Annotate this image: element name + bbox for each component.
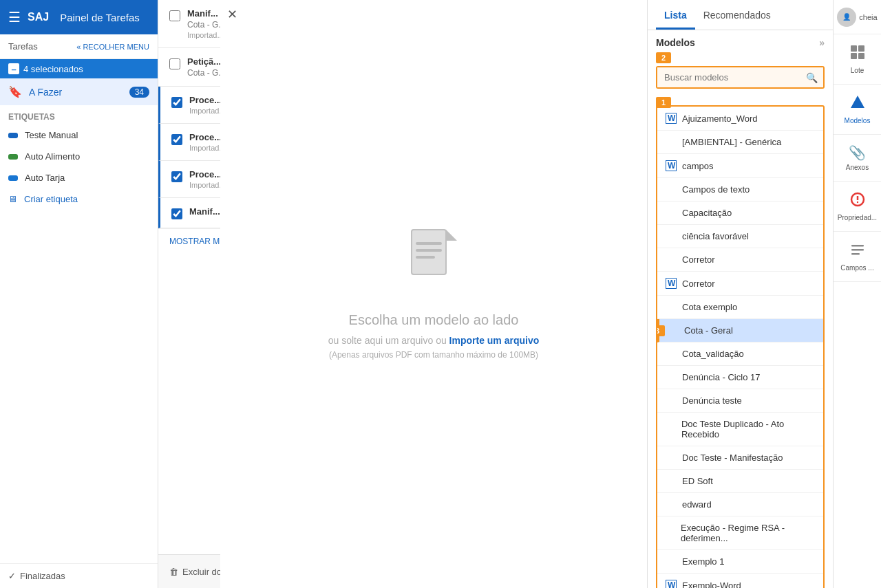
recolher-icon: « xyxy=(76,43,81,51)
task-checkbox-2[interactable] xyxy=(169,58,180,69)
etiqueta-dot-auto-tarja xyxy=(8,175,18,181)
svg-rect-2 xyxy=(416,249,442,252)
list-item[interactable]: Denúncia teste xyxy=(657,389,823,413)
a-fazer-count: 34 xyxy=(129,87,149,98)
modelos-icon xyxy=(849,94,866,114)
tarefas-label: Tarefas xyxy=(8,41,38,52)
sidebar-item-a-fazer[interactable]: 🔖 A Fazer 34 xyxy=(0,78,158,105)
task-checkbox-6[interactable] xyxy=(171,208,182,219)
modelos-label: Modelos xyxy=(845,117,871,124)
chevron-right-icon: » xyxy=(819,37,825,48)
brand-label: SAJ xyxy=(28,11,49,23)
search-label: 2 xyxy=(656,52,671,63)
sidebar-top: Tarefas « RECOLHER MENU xyxy=(0,34,158,59)
list-item[interactable]: Execução - Regime RSA - deferimen... xyxy=(657,516,823,550)
menu-icon[interactable]: ☰ xyxy=(8,9,21,25)
app-title: Painel de Tarefas xyxy=(60,12,140,23)
lote-label: Lote xyxy=(851,67,864,74)
list-item[interactable]: Corretor xyxy=(657,248,823,272)
modelos-header: Modelos » xyxy=(648,30,833,52)
list-item-cota-geral[interactable]: 3 Cota - Geral xyxy=(657,319,823,342)
doc-center: Escolha um modelo ao lado ou solte aqui … xyxy=(220,0,647,588)
svg-marker-9 xyxy=(851,96,864,108)
modelo-label: Denúncia teste xyxy=(682,395,742,406)
tool-campos[interactable]: Campos ... xyxy=(834,232,881,282)
anexos-label: Anexos xyxy=(846,164,869,171)
list-item[interactable]: [AMBIENTAL] - Genérica xyxy=(657,131,823,154)
list-item[interactable]: ciência favorável xyxy=(657,225,823,248)
word-icon: W xyxy=(666,113,677,124)
close-button[interactable]: ✕ xyxy=(227,7,237,22)
finalizadas-label: Finalizadas xyxy=(20,571,65,581)
etiqueta-dot-auto-alimento xyxy=(8,154,18,160)
propriedades-icon xyxy=(849,191,866,211)
import-link[interactable]: Importe um arquivo xyxy=(449,335,540,346)
tools-panel: 👤 cheia Lote Modelos 📎 Anexos xyxy=(833,0,881,588)
list-item[interactable]: Capacitação xyxy=(657,202,823,225)
svg-rect-1 xyxy=(416,242,442,245)
svg-rect-14 xyxy=(851,249,864,251)
svg-rect-6 xyxy=(858,45,864,52)
list-item[interactable]: W Corretor xyxy=(657,272,823,296)
svg-marker-4 xyxy=(446,230,457,241)
a-fazer-label: A Fazer xyxy=(29,87,62,98)
document-icon xyxy=(406,228,461,301)
choose-model-text: Escolha um modelo ao lado xyxy=(349,312,519,328)
word-icon: W xyxy=(666,278,677,289)
svg-rect-0 xyxy=(412,230,446,274)
svg-rect-13 xyxy=(851,245,864,247)
svg-rect-8 xyxy=(858,53,864,59)
word-icon: W xyxy=(666,580,677,588)
modelo-label: ciência favorável xyxy=(682,231,749,241)
minus-icon: – xyxy=(8,63,19,74)
modelos-tabs: Lista Recomendados xyxy=(648,0,833,30)
list-item[interactable]: W Ajuizamento_Word xyxy=(657,107,823,131)
task-checkbox-5[interactable] xyxy=(171,171,182,182)
tab-recomendados[interactable]: Recomendados xyxy=(695,0,779,30)
propriedades-label: Propriedad... xyxy=(838,214,877,221)
campos-icon xyxy=(849,241,866,261)
list-item[interactable]: Campos de texto xyxy=(657,178,823,202)
modelo-label: Doc Teste - Manifestação xyxy=(682,453,783,463)
modelo-label: ED Soft xyxy=(682,476,713,486)
list-item[interactable]: ED Soft xyxy=(657,470,823,493)
tool-lote[interactable]: Lote xyxy=(834,34,881,85)
tool-anexos[interactable]: 📎 Anexos xyxy=(834,135,881,182)
list-item[interactable]: Cota exemplo xyxy=(657,296,823,319)
doc-area: ✕ Escolha um modelo ao lado ou solte aqu… xyxy=(220,0,647,588)
lote-icon xyxy=(849,44,866,64)
list-item[interactable]: Denúncia - Ciclo 17 xyxy=(657,366,823,389)
user-name: cheia xyxy=(859,13,877,21)
criar-etiqueta-button[interactable]: 🖥 Criar etiqueta xyxy=(0,188,158,210)
active-label: 3 xyxy=(656,325,665,336)
tool-modelos[interactable]: Modelos xyxy=(834,85,881,135)
recolher-button[interactable]: « RECOLHER MENU xyxy=(76,43,149,51)
modelo-label: Cota exemplo xyxy=(682,302,737,312)
list-item[interactable]: Cota_validação xyxy=(657,342,823,366)
selected-bar: – 4 selecionados xyxy=(0,59,158,78)
list-item[interactable]: Exemplo 1 xyxy=(657,550,823,574)
modelo-label: Execução - Regime RSA - deferimen... xyxy=(681,523,815,543)
svg-rect-5 xyxy=(851,45,857,52)
search-input[interactable] xyxy=(657,67,823,87)
list-item[interactable]: W campos xyxy=(657,154,823,178)
word-icon: W xyxy=(666,160,677,171)
etiqueta-label-auto-alimento: Auto Alimento xyxy=(25,151,80,162)
modelo-label: Denúncia - Ciclo 17 xyxy=(682,372,760,382)
task-checkbox-1[interactable] xyxy=(169,10,180,21)
list-item[interactable]: Doc Teste Duplicado - Ato Recebido xyxy=(657,413,823,446)
list-item[interactable]: Doc Teste - Manifestação xyxy=(657,446,823,470)
etiqueta-item-auto-alimento[interactable]: Auto Alimento xyxy=(0,146,158,167)
list-item[interactable]: W Exemplo-Word xyxy=(657,574,823,588)
task-checkbox-3[interactable] xyxy=(171,97,182,108)
anexos-icon: 📎 xyxy=(849,144,866,161)
etiqueta-item-teste-manual[interactable]: Teste Manual xyxy=(0,124,158,146)
bookmark-icon: 🔖 xyxy=(8,85,22,98)
tool-propriedades[interactable]: Propriedad... xyxy=(834,182,881,232)
list-item[interactable]: edward xyxy=(657,493,823,516)
finalizadas-button[interactable]: ✓ Finalizadas xyxy=(0,563,158,588)
etiqueta-item-auto-tarja[interactable]: Auto Tarja xyxy=(0,167,158,188)
tab-lista[interactable]: Lista xyxy=(656,0,695,30)
task-checkbox-4[interactable] xyxy=(171,134,182,145)
selected-label: 4 selecionados xyxy=(23,64,83,74)
